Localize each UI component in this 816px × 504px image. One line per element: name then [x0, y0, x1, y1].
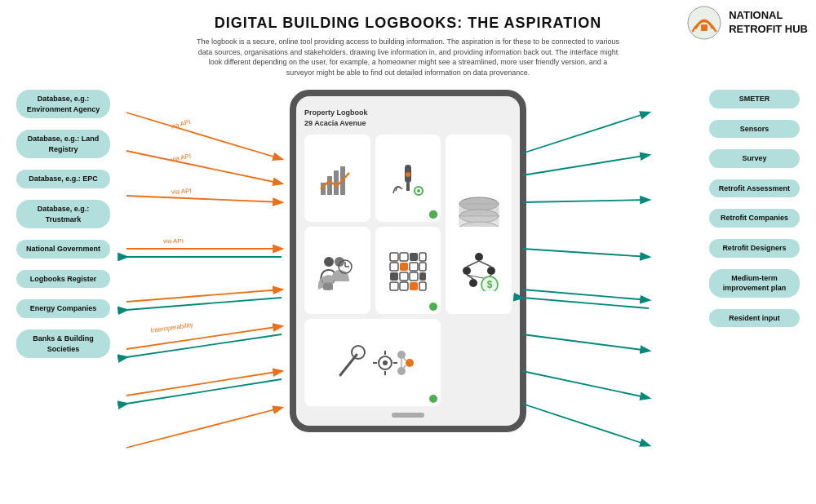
svg-rect-28 [419, 253, 426, 261]
svg-rect-35 [410, 272, 418, 281]
property-label: Property Logbook [304, 108, 368, 118]
svg-rect-3 [327, 176, 332, 195]
svg-text:via API: via API [163, 237, 184, 245]
tablet-cell-people [304, 227, 370, 314]
right-item-retrofit-assessment: Retrofit Assessment [709, 179, 800, 198]
svg-line-76 [126, 290, 282, 302]
tablet-device: Property Logbook 29 Acacia Avenue [290, 90, 526, 432]
svg-point-8 [406, 172, 410, 177]
svg-rect-32 [419, 263, 426, 271]
svg-point-21 [335, 257, 344, 267]
left-item-logbooks: Logbooks Register [16, 270, 110, 289]
tablet-header: Property Logbook 29 Acacia Avenue [304, 108, 368, 128]
tablet-cell-sensor [375, 135, 441, 222]
subtitle: The logbook is a secure, online tool pro… [196, 37, 620, 77]
svg-rect-37 [390, 282, 398, 290]
left-item-epc: Database, e.g.: EPC [16, 170, 110, 188]
svg-line-91 [522, 371, 649, 398]
svg-text:via API: via API [171, 188, 192, 196]
svg-line-81 [126, 371, 282, 396]
svg-point-20 [324, 257, 334, 267]
svg-rect-36 [419, 272, 426, 281]
left-item-banks: Banks & BuildingSocieties [16, 329, 110, 358]
property-address: 29 Acacia Avenue [304, 118, 368, 129]
right-item-medium-term: Medium-termimprovement plan [709, 269, 800, 298]
svg-line-92 [522, 404, 649, 445]
logo: NATIONAL RETROFIT HUB [686, 5, 808, 41]
right-item-resident-input: Resident input [709, 309, 800, 328]
svg-line-86 [522, 200, 649, 202]
right-items-container: SMETER Sensors Survey Retrofit Assessmen… [709, 90, 800, 327]
tablet-home-button [392, 413, 424, 418]
svg-rect-39 [410, 282, 418, 290]
logo-text: NATIONAL RETROFIT HUB [729, 9, 808, 37]
svg-line-82 [126, 379, 282, 404]
svg-line-46 [467, 261, 479, 267]
svg-rect-34 [400, 272, 408, 281]
svg-point-10 [417, 189, 420, 192]
svg-line-90 [522, 334, 649, 351]
svg-rect-7 [406, 183, 410, 191]
svg-rect-38 [400, 282, 408, 290]
svg-rect-25 [390, 253, 398, 261]
svg-point-42 [463, 267, 471, 275]
svg-point-54 [352, 346, 365, 359]
right-item-smeter: SMETER [709, 90, 800, 108]
svg-line-89 [522, 298, 649, 308]
svg-text:$: $ [486, 279, 492, 290]
left-item-energy: Energy Companies [16, 299, 110, 318]
svg-rect-31 [410, 263, 418, 271]
logo-icon [686, 5, 722, 41]
svg-rect-14 [459, 204, 499, 216]
svg-point-44 [469, 279, 477, 287]
tablet-cell-controls [375, 227, 441, 314]
svg-text:Interoperability: Interoperability [150, 321, 193, 334]
svg-line-69 [126, 151, 282, 183]
svg-rect-33 [390, 272, 398, 281]
right-item-retrofit-designers: Retrofit Designers [709, 239, 800, 258]
left-item-environment: Database, e.g.:Environment Agency [16, 90, 110, 118]
svg-line-47 [479, 261, 491, 267]
svg-text:via API: via API [171, 153, 192, 163]
svg-rect-1 [701, 24, 707, 31]
left-items-container: Database, e.g.:Environment Agency Databa… [16, 90, 110, 358]
svg-line-87 [522, 249, 649, 257]
svg-point-0 [688, 7, 721, 39]
tablet-content-grid: $ [304, 135, 512, 406]
svg-text:via API: via API [170, 118, 191, 130]
svg-line-67 [126, 113, 282, 159]
svg-line-77 [126, 298, 282, 310]
svg-rect-40 [419, 282, 426, 290]
svg-rect-29 [390, 263, 398, 271]
svg-line-88 [522, 290, 649, 300]
svg-rect-27 [410, 253, 418, 261]
svg-line-83 [126, 408, 282, 448]
right-item-sensors: Sensors [709, 120, 800, 139]
svg-point-43 [487, 267, 495, 275]
svg-point-56 [383, 360, 388, 365]
left-item-land-registry: Database, e.g.: LandRegistry [16, 130, 110, 158]
svg-rect-30 [400, 263, 408, 271]
svg-point-41 [475, 253, 483, 261]
svg-rect-4 [334, 170, 339, 195]
svg-line-79 [126, 334, 282, 357]
left-item-national-gov: National Government [16, 240, 110, 259]
right-item-survey: Survey [709, 149, 800, 168]
svg-line-71 [126, 196, 282, 202]
tablet-cell-energy [304, 135, 370, 222]
left-item-trustmark: Database, e.g.:Trustmark [16, 200, 110, 228]
svg-rect-26 [400, 253, 408, 261]
tablet-cell-tools [304, 319, 441, 406]
tablet-cell-finance: $ [446, 227, 512, 314]
svg-line-85 [522, 155, 649, 175]
svg-line-78 [126, 326, 282, 349]
svg-point-63 [406, 359, 414, 367]
svg-line-84 [522, 113, 649, 153]
right-item-retrofit-companies: Retrofit Companies [709, 209, 800, 228]
